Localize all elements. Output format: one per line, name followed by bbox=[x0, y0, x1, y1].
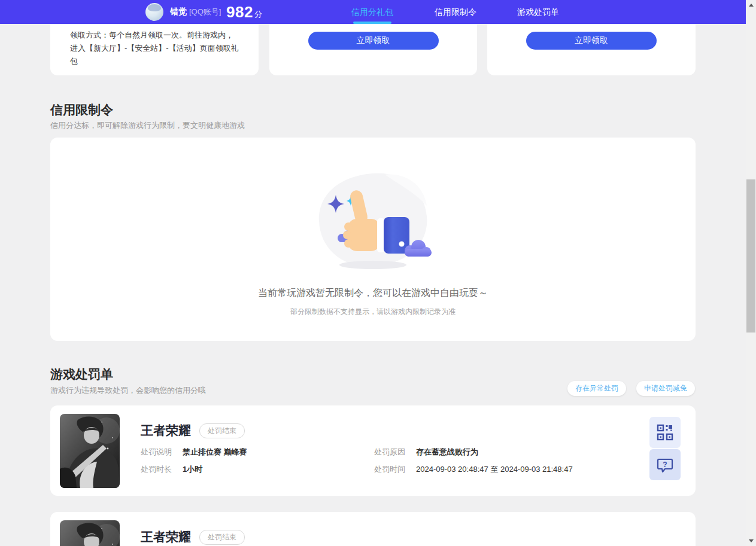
no-restriction-message: 当前常玩游戏暂无限制令，您可以在游戏中自由玩耍～ bbox=[50, 287, 696, 300]
help-button[interactable]: ? bbox=[649, 449, 681, 480]
qr-code-button[interactable] bbox=[649, 417, 681, 448]
restriction-section-subtitle: 信用分达标，即可解除游戏行为限制，要文明健康地游戏 bbox=[50, 120, 245, 131]
page: 领取方式：每个自然月领取一次。前往游戏内，进入【新大厅】-【安全站】-【活动】页… bbox=[0, 0, 756, 546]
penalty-status-badge: 处罚结束 bbox=[199, 530, 245, 545]
game-cover-image bbox=[60, 414, 120, 488]
top-navbar: 错觉 [QQ账号] 982 分 信用分礼包 信用限制令 游戏处罚单 bbox=[0, 0, 746, 24]
account-type: [QQ账号] bbox=[189, 7, 221, 17]
scroll-up-arrow-icon[interactable] bbox=[746, 0, 756, 10]
claim-now-button[interactable]: 立即领取 bbox=[526, 32, 657, 50]
penalty-reason-value: 存在蓄意战败行为 bbox=[416, 447, 478, 457]
penalty-time-value: 2024-09-03 20:48:47 至 2024-09-03 21:48:4… bbox=[416, 464, 573, 475]
penalty-reduction-button[interactable]: 申请处罚减免 bbox=[636, 381, 695, 396]
qr-code-icon bbox=[657, 424, 673, 441]
penalty-desc-value: 禁止排位赛 巅峰赛 bbox=[183, 447, 247, 457]
credit-score: 982 分 bbox=[226, 0, 262, 24]
game-cover-image bbox=[60, 520, 120, 546]
abnormal-penalty-button[interactable]: 存在异常处罚 bbox=[567, 381, 626, 396]
tab-credit-restriction[interactable]: 信用限制令 bbox=[435, 0, 476, 24]
penalty-section-subtitle: 游戏行为违规导致处罚，会影响您的信用分哦 bbox=[50, 385, 206, 396]
credit-score-value: 982 bbox=[226, 3, 253, 22]
username: 错觉 bbox=[170, 7, 187, 17]
thumbs-up-illustration bbox=[313, 169, 433, 274]
restriction-data-note: 部分限制数据不支持显示，请以游戏内限制记录为准 bbox=[50, 307, 696, 317]
penalty-section-title: 游戏处罚单 bbox=[50, 366, 113, 383]
game-title: 王者荣耀 bbox=[141, 422, 191, 439]
credit-score-unit: 分 bbox=[254, 9, 262, 20]
penalty-card: 王者荣耀 处罚结束 处罚说明 禁止排位赛 巅峰赛 处罚时长 1小时 处罚原因 存… bbox=[50, 405, 696, 496]
scrollbar-thumb[interactable] bbox=[746, 179, 755, 333]
tab-game-penalty[interactable]: 游戏处罚单 bbox=[517, 0, 559, 24]
help-bubble-icon: ? bbox=[657, 456, 673, 473]
claim-now-button[interactable]: 立即领取 bbox=[308, 32, 439, 50]
gift-claim-instructions: 领取方式：每个自然月领取一次。前往游戏内，进入【新大厅】-【安全站】-【活动】页… bbox=[70, 29, 239, 68]
game-title: 王者荣耀 bbox=[141, 529, 191, 545]
scrollbar[interactable] bbox=[746, 0, 756, 546]
penalty-status-badge: 处罚结束 bbox=[199, 423, 245, 438]
restriction-empty-card: 当前常玩游戏暂无限制令，您可以在游戏中自由玩耍～ 部分限制数据不支持显示，请以游… bbox=[50, 138, 696, 341]
penalty-duration-label: 处罚时长 bbox=[141, 464, 172, 475]
scroll-down-arrow-icon[interactable] bbox=[746, 536, 756, 546]
active-tab-underline bbox=[353, 22, 391, 24]
tab-credit-gift[interactable]: 信用分礼包 bbox=[351, 0, 393, 24]
penalty-desc-label: 处罚说明 bbox=[141, 447, 172, 457]
penalty-time-label: 处罚时间 bbox=[374, 464, 405, 475]
user-info: 错觉 [QQ账号] bbox=[170, 0, 221, 24]
penalty-duration-value: 1小时 bbox=[183, 464, 202, 475]
restriction-section-title: 信用限制令 bbox=[50, 102, 113, 118]
penalty-reason-label: 处罚原因 bbox=[374, 447, 405, 457]
penalty-card: 王者荣耀 处罚结束 bbox=[50, 512, 696, 546]
svg-text:?: ? bbox=[663, 460, 667, 469]
user-avatar[interactable] bbox=[145, 3, 163, 21]
